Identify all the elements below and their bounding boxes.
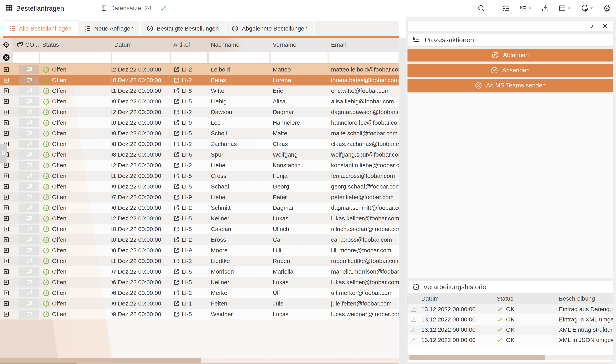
notifications-muted-chip[interactable] [19, 204, 39, 212]
external-link-icon[interactable] [173, 173, 180, 179]
history-horizontal-scrollbar[interactable] [407, 355, 613, 360]
notifications-muted-chip[interactable] [19, 140, 39, 148]
filter-input-datum[interactable] [112, 52, 170, 63]
column-header-nachname[interactable]: Nachname [208, 41, 270, 48]
artikel-value[interactable]: LI-9 [182, 194, 192, 200]
filter-input-nachname[interactable] [209, 52, 269, 63]
notifications-muted-chip[interactable] [19, 182, 39, 191]
search-icon[interactable] [477, 4, 485, 12]
tab-bestaetigte-bestellungen[interactable]: Bestätigte Bestellungen [141, 21, 226, 36]
notifications-muted-chip[interactable] [19, 257, 39, 265]
history-scroll-thumb[interactable] [409, 355, 545, 360]
notifications-muted-chip[interactable] [19, 65, 39, 74]
table-row[interactable]: Offen 09.Dez.22 00:00:00 LI-5 Schaaf Geo… [0, 181, 399, 192]
notifications-muted-chip[interactable] [19, 246, 39, 255]
artikel-value[interactable]: LI-5 [182, 279, 192, 286]
artikel-value[interactable]: LI-2 [182, 109, 192, 116]
checklist-icon[interactable] [502, 4, 510, 12]
expand-row-icon[interactable] [3, 205, 10, 211]
external-link-icon[interactable] [173, 215, 180, 221]
table-row[interactable]: Offen 11.Dez.22 00:00:00 LI-5 Cross Fenj… [0, 170, 399, 181]
external-link-icon[interactable] [173, 141, 180, 147]
column-header-datum[interactable]: Datum [112, 41, 171, 48]
artikel-value[interactable]: LI-2 [182, 162, 192, 169]
external-link-icon[interactable] [173, 130, 180, 136]
table-row[interactable]: Offen 12.Dez.22 00:00:00 LI-2 Leibold Ma… [0, 64, 399, 75]
expand-row-icon[interactable] [3, 269, 10, 275]
notifications-muted-chip[interactable] [19, 161, 39, 169]
table-row[interactable]: Offen 06.Dez.22 00:00:00 LI-2 Schmitt Da… [0, 203, 399, 213]
tab-alle-bestellanfragen[interactable]: Alle Bestellanfragen [3, 21, 79, 36]
artikel-value[interactable]: LI-5 [182, 130, 192, 137]
column-header-co[interactable]: CO... [13, 41, 39, 48]
table-row[interactable]: Offen 06.Dez.22 00:00:00 LI-5 Kellner Lu… [0, 277, 399, 287]
expand-row-icon[interactable] [3, 258, 10, 264]
row-target-column-header[interactable] [0, 41, 13, 48]
notifications-muted-chip[interactable] [19, 267, 39, 276]
notifications-muted-chip[interactable] [19, 171, 39, 180]
table-row[interactable]: Offen 08.Dez.22 00:00:00 LI-6 Spur Wolfg… [0, 149, 399, 160]
table-row[interactable]: Offen 09.Dez.22 00:00:00 LI-1 Felten Jul… [0, 298, 399, 309]
filter-input-status[interactable] [40, 52, 111, 63]
artikel-value[interactable]: LI-2 [182, 141, 192, 147]
artikel-value[interactable]: LI-5 [182, 172, 192, 179]
column-header-email[interactable]: Email [328, 41, 399, 48]
expand-row-icon[interactable] [3, 162, 10, 169]
external-link-icon[interactable] [173, 162, 180, 169]
artikel-value[interactable]: LI-2 [182, 77, 192, 83]
expand-row-icon[interactable] [3, 215, 10, 221]
notifications-muted-chip[interactable] [19, 214, 39, 223]
artikel-value[interactable]: LI-9 [182, 247, 192, 254]
artikel-value[interactable]: LI-2 [182, 236, 192, 243]
table-row[interactable]: Offen 09.Dez.22 00:00:00 LI-5 Scholl Mal… [0, 128, 399, 139]
external-link-icon[interactable] [173, 66, 180, 73]
column-header-status[interactable]: Status [39, 41, 112, 48]
column-header-artikel[interactable]: Artikel [171, 41, 208, 48]
notifications-muted-chip[interactable] [19, 150, 39, 159]
table-row[interactable]: Offen 08.Dez.22 00:00:00 LI-2 Zacharias … [0, 139, 399, 149]
expand-row-icon[interactable] [3, 226, 10, 232]
expand-row-icon[interactable] [3, 77, 10, 83]
process-list-menu-icon[interactable] [519, 4, 532, 12]
external-link-icon[interactable] [173, 300, 180, 307]
expand-row-icon[interactable] [3, 311, 10, 317]
table-row[interactable]: Offen 09.Dez.22 00:00:00 LI-5 Weidner Lu… [0, 309, 399, 320]
history-row[interactable]: 13.12.2022 00:00:00 OK XML in JSON umgew… [407, 335, 613, 345]
artikel-value[interactable]: LI-5 [182, 183, 192, 190]
notifications-muted-chip[interactable] [19, 97, 39, 106]
table-vertical-scrollbar[interactable] [399, 38, 406, 364]
expand-row-icon[interactable] [3, 183, 10, 190]
history-column-beschreibung[interactable]: Beschreibung [559, 295, 613, 302]
column-header-vorname[interactable]: Vorname [270, 41, 328, 48]
external-link-icon[interactable] [173, 194, 180, 200]
notifications-muted-chip[interactable] [19, 193, 39, 202]
expand-row-icon[interactable] [3, 290, 10, 296]
filter-input-artikel[interactable] [171, 52, 207, 63]
table-row[interactable]: Offen 09.Dez.22 00:00:00 LI-5 Liebig Ali… [0, 96, 399, 107]
history-row[interactable]: 13.12.2022 00:00:00 OK Eintrag in XML um… [407, 314, 613, 325]
table-row[interactable]: Offen 07.Dez.22 00:00:00 LI-9 Liebe Pete… [0, 192, 399, 203]
notifications-muted-chip[interactable] [19, 108, 39, 117]
sync-run-icon[interactable] [580, 4, 594, 13]
table-row[interactable]: Offen 06.Dez.22 00:00:00 LI-2 Merker Ulf… [0, 287, 399, 298]
external-link-icon[interactable] [173, 311, 180, 317]
history-row[interactable]: 13.12.2022 00:00:00 OK Eintrag aus Daten… [407, 304, 613, 314]
notifications-muted-chip[interactable] [19, 76, 39, 84]
notifications-muted-chip[interactable] [19, 129, 39, 138]
external-link-icon[interactable] [173, 279, 180, 286]
settings-gear-icon[interactable]: ⚙ [603, 4, 611, 13]
table-row[interactable]: Offen 11.Dez.22 00:00:00 LI-8 Witte Eric… [0, 86, 399, 96]
window-layout-icon[interactable] [558, 4, 571, 12]
external-link-icon[interactable] [173, 88, 180, 94]
notifications-muted-chip[interactable] [19, 299, 39, 308]
external-link-icon[interactable] [173, 258, 180, 264]
table-row[interactable]: Offen 10.Dez.22 00:00:00 LI-2 Bross Carl… [0, 234, 399, 245]
table-row[interactable]: Offen 07.Dez.22 00:00:00 LI-5 Morrison M… [0, 266, 399, 277]
artikel-value[interactable]: LI-5 [182, 311, 192, 317]
window-bottom-scroll-strip[interactable] [0, 363, 399, 364]
ms-teams-senden-button[interactable]: An MS Teams senden [407, 79, 613, 92]
expand-row-icon[interactable] [3, 98, 10, 104]
artikel-value[interactable]: LI-2 [182, 66, 192, 73]
clear-filters-icon[interactable] [2, 54, 10, 61]
expand-row-icon[interactable] [3, 130, 10, 136]
